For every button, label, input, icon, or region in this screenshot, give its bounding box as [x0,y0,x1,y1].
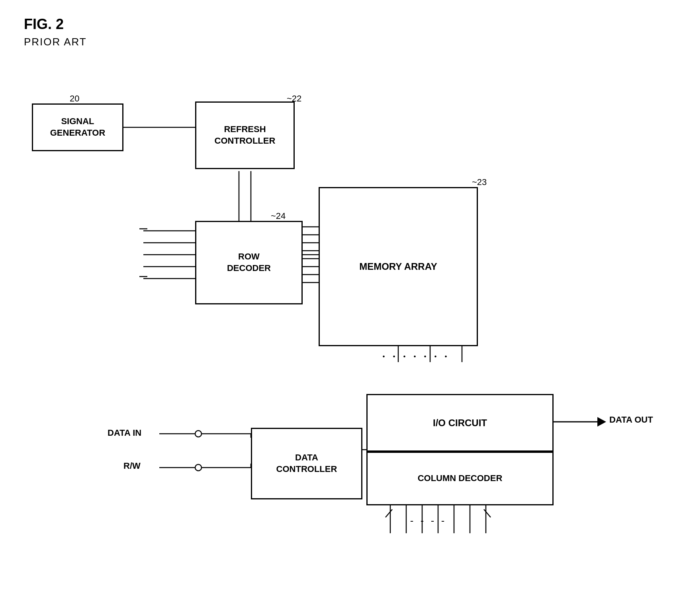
refresh-controller-label: REFRESHCONTROLLER [215,124,276,146]
signal-generator-box: SIGNALGENERATOR [32,103,123,151]
refresh-controller-box: REFRESHCONTROLLER [195,101,295,169]
data-controller-box: DATACONTROLLER [251,428,362,499]
dots-column: - - - - [410,515,447,526]
diagram-container: FIG. 2 PRIOR ART [0,0,681,616]
column-decoder-box: COLUMN DECODER [366,452,554,505]
signal-generator-label: SIGNALGENERATOR [50,116,106,138]
rw-label: R/W [123,461,141,471]
row-decoder-label: ROWDECODER [227,251,271,274]
column-decoder-label: COLUMN DECODER [418,473,503,484]
data-out-label: DATA OUT [609,415,653,425]
row-decoder-box: ROWDECODER [195,221,303,304]
ref-22: ~22 [287,94,301,104]
dots-memory-io: · · · · · · · [382,350,450,363]
memory-array-box: MEMORY ARRAY [319,187,478,346]
data-controller-label: DATACONTROLLER [276,452,337,475]
io-circuit-box: I/O CIRCUIT [366,394,554,452]
memory-array-label: MEMORY ARRAY [359,260,437,273]
ref-24: ~24 [271,211,286,221]
svg-marker-33 [597,417,606,427]
ref-23: ~23 [472,177,487,187]
data-in-label: DATA IN [108,428,141,438]
svg-line-42 [484,509,491,517]
svg-line-41 [386,509,392,517]
svg-point-29 [195,464,202,471]
io-circuit-label: I/O CIRCUIT [433,417,487,429]
ref-20: 20 [70,94,79,104]
svg-point-25 [195,431,202,437]
